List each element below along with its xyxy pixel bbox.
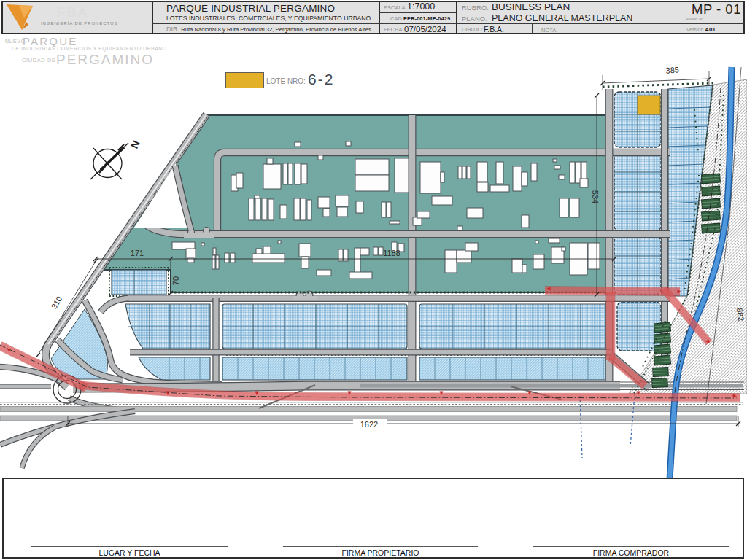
svg-text:534: 534 (591, 190, 600, 203)
svg-text:INGENIERÍA DE PROYECTOS: INGENIERÍA DE PROYECTOS (41, 20, 118, 26)
svg-text:1622: 1622 (360, 420, 378, 429)
svg-text:1188: 1188 (383, 249, 400, 257)
svg-text:385: 385 (665, 65, 679, 74)
svg-text:FBA: FBA (57, 5, 89, 20)
svg-text:N: N (128, 139, 142, 150)
svg-text:70: 70 (171, 276, 180, 285)
svg-text:310: 310 (50, 295, 64, 311)
svg-text:171: 171 (131, 249, 144, 257)
